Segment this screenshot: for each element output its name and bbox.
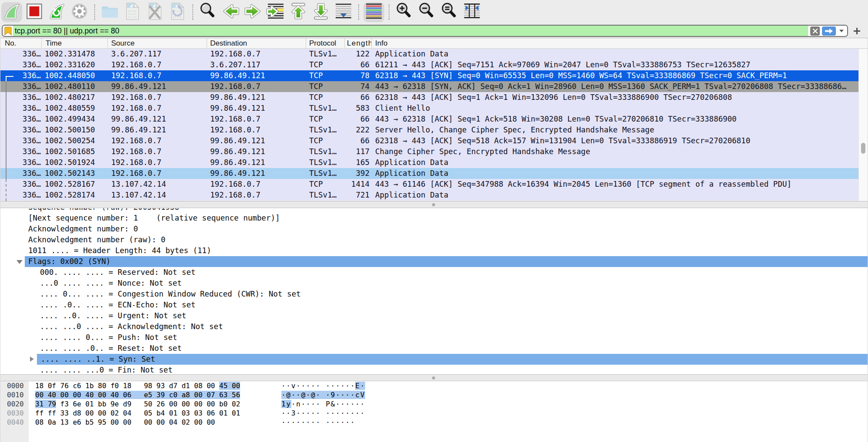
go-to-packet-button[interactable]: [264, 1, 287, 23]
zoom-100-button[interactable]: [438, 1, 461, 23]
filter-clear-button[interactable]: [810, 26, 820, 36]
packet-row[interactable]: 336…1002.480217192.168.0.799.86.49.121TC…: [0, 92, 858, 103]
auto-scroll-button[interactable]: [332, 1, 355, 23]
shark-fin-icon: [2, 2, 21, 23]
detail-row[interactable]: [Next sequence number: 1 (relative seque…: [0, 213, 868, 224]
display-filter-input[interactable]: tcp.port == 80 || udp.port == 80: [15, 26, 119, 36]
packet-row[interactable]: 336…1002.500254192.168.0.799.86.49.121TC…: [0, 135, 858, 146]
hex-bytes: 00 40 00 00 40 00 40 06 e5 39 c0 a8 00 0…: [35, 390, 240, 399]
packet-row[interactable]: 336…1002.50015099.86.49.121192.168.0.7TL…: [0, 125, 858, 135]
arrow-left-icon: [221, 2, 240, 23]
packet-row[interactable]: 336…1002.502143192.168.0.799.86.49.121TL…: [0, 168, 858, 179]
detail-row[interactable]: .... ...0 .... = Acknowledgment: Not set: [0, 321, 868, 332]
filter-add-button[interactable]: [851, 24, 862, 37]
packet-cell-time: 1002.499434: [42, 114, 108, 125]
detail-row[interactable]: .... .... ...0 = Fin: Not set: [0, 365, 868, 374]
column-header-length[interactable]: Length: [345, 38, 372, 48]
detail-row[interactable]: 1011 .... = Header Length: 44 bytes (11): [0, 245, 868, 256]
conversation-indicator-dashed: [6, 179, 7, 201]
restart-capture-button[interactable]: [46, 1, 68, 23]
packet-row[interactable]: 336…1002.49943499.86.49.121192.168.0.7TC…: [0, 114, 858, 125]
packet-row[interactable]: 336…1002.48011099.86.49.121192.168.0.7TC…: [0, 81, 858, 92]
detail-row[interactable]: ...0 .... .... = Nonce: Not set: [0, 278, 868, 289]
resize-columns-button[interactable]: [461, 1, 483, 23]
packet-row[interactable]: 336…1002.480559192.168.0.799.86.49.121TL…: [0, 103, 858, 114]
column-header-info[interactable]: Info: [372, 38, 868, 48]
packet-list-scrollbar[interactable]: [858, 49, 868, 201]
packet-cell-protocol: TLSv1…: [306, 168, 345, 179]
column-header-time[interactable]: Time: [42, 38, 108, 48]
packet-row[interactable]: 336…1002.52817413.107.42.14192.168.0.7TL…: [0, 190, 858, 201]
packet-cell-source: 192.168.0.7: [108, 70, 207, 81]
packet-row[interactable]: 336…1002.448050192.168.0.799.86.49.121TC…: [0, 70, 858, 81]
collapse-arrow-icon[interactable]: [29, 354, 35, 365]
go-back-button[interactable]: [219, 1, 242, 23]
go-last-button[interactable]: [310, 1, 332, 23]
filter-history-dropdown[interactable]: [838, 26, 845, 36]
detail-row[interactable]: .... .0.. .... = ECN-Echo: Not set: [0, 300, 868, 310]
hex-row[interactable]: 0030ff ff 33 d8 00 00 02 04 05 b4 01 03 …: [0, 409, 868, 418]
colorize-button[interactable]: [363, 1, 385, 23]
detail-row[interactable]: 000. .... .... = Reserved: Not set: [0, 267, 868, 278]
packet-cell-length: 392: [345, 168, 372, 179]
packet-cell-protocol: TCP: [306, 135, 345, 146]
detail-text: .... .... ..1. = Syn: Set: [41, 354, 155, 365]
packet-cell-source: 192.168.0.7: [108, 146, 207, 157]
packet-row[interactable]: 336…1002.3314783.6.207.117192.168.0.7TLS…: [0, 49, 858, 59]
splitter-handle-icon: [432, 203, 435, 206]
stop-capture-button[interactable]: [23, 1, 46, 23]
detail-text: 000. .... .... = Reserved: Not set: [40, 267, 195, 278]
splitter-details-bytes[interactable]: [0, 374, 868, 381]
packet-row[interactable]: 336…1002.331620192.168.0.73.6.207.117TCP…: [0, 59, 858, 70]
hex-row[interactable]: 001000 40 00 00 40 00 40 06 e5 39 c0 a8 …: [0, 390, 868, 399]
scrollbar-thumb[interactable]: [861, 143, 865, 154]
packet-row[interactable]: 336…1002.501685192.168.0.799.86.49.121TL…: [0, 146, 858, 157]
wireshark-window: 01010 01101 01110 01010 01101 01110 0101…: [0, 0, 868, 442]
detail-selection-band: [25, 256, 868, 267]
packet-list: 336…1002.3314783.6.207.117192.168.0.7TLS…: [0, 49, 858, 201]
save-file-button: 01010 01101 01110: [121, 1, 144, 23]
start-capture-button[interactable]: [0, 1, 23, 23]
go-first-button[interactable]: [287, 1, 310, 23]
packet-row[interactable]: 336…1002.52816713.107.42.14192.168.0.7TC…: [0, 179, 858, 190]
filter-apply-button[interactable]: [822, 26, 836, 36]
column-header-no[interactable]: No.: [0, 38, 42, 48]
detail-text: Flags: 0x002 (SYN): [28, 256, 111, 267]
detail-row[interactable]: Sequence number (raw): 2005041938: [0, 208, 868, 213]
packet-cell-no: 336…: [0, 59, 42, 70]
packet-row[interactable]: 336…1002.501924192.168.0.799.86.49.121TL…: [0, 157, 858, 168]
display-filter-field[interactable]: tcp.port == 80 || udp.port == 80: [2, 25, 848, 37]
detail-row[interactable]: Acknowledgment number (raw): 0: [0, 234, 868, 245]
hex-row[interactable]: 000018 0f 76 c6 1b 80 f0 18 98 93 d7 d1 …: [0, 381, 868, 390]
detail-row[interactable]: .... 0... .... = Congestion Window Reduc…: [0, 289, 868, 300]
splitter-list-details[interactable]: [0, 201, 868, 208]
column-header-protocol[interactable]: Protocol: [306, 38, 345, 48]
zoom-in-button[interactable]: [393, 1, 416, 23]
expand-arrow-icon[interactable]: [17, 256, 23, 267]
detail-text: .... .0.. .... = ECN-Echo: Not set: [40, 300, 195, 310]
column-header-destination[interactable]: Destination: [207, 38, 306, 48]
conversation-indicator-start: [6, 76, 7, 81]
capture-options-button[interactable]: [68, 1, 91, 23]
detail-row[interactable]: .... .... 0... = Push: Not set: [0, 332, 868, 343]
go-forward-button[interactable]: [242, 1, 264, 23]
detail-row[interactable]: .... .... ..1. = Syn: Set: [0, 354, 868, 365]
filter-bookmark-button[interactable]: [3, 26, 13, 36]
detail-row[interactable]: Acknowledgment number: 0: [0, 224, 868, 234]
zoom-reset-icon: [440, 2, 459, 23]
window-edge-left: [0, 38, 0, 442]
packet-cell-info: Application Data: [372, 157, 858, 168]
find-packet-button[interactable]: [197, 1, 219, 23]
packet-cell-protocol: TLSv1…: [306, 146, 345, 157]
detail-row[interactable]: .... .... .0.. = Reset: Not set: [0, 343, 868, 354]
hex-row[interactable]: 004008 0a 13 e6 b5 95 00 00 00 00 04 02 …: [0, 418, 868, 427]
detail-row[interactable]: Flags: 0x002 (SYN): [0, 256, 868, 267]
detail-row[interactable]: .... ..0. .... = Urgent: Not set: [0, 310, 868, 321]
column-header-source[interactable]: Source: [108, 38, 207, 48]
packet-cell-protocol: TCP: [306, 179, 345, 190]
packet-cell-time: 1002.480559: [42, 103, 108, 114]
zoom-out-button[interactable]: [416, 1, 438, 23]
detail-text: Acknowledgment number (raw): 0: [28, 234, 165, 245]
packet-cell-time: 1002.480217: [42, 92, 108, 103]
hex-row[interactable]: 002031 79 f3 6e 01 bb 9e d9 50 26 00 00 …: [0, 399, 868, 409]
